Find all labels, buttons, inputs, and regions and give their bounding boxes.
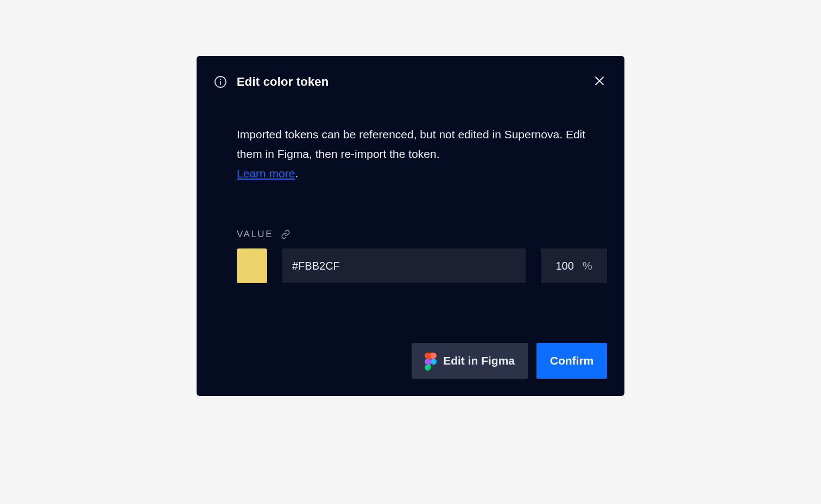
confirm-label: Confirm bbox=[550, 354, 594, 367]
hex-input[interactable]: #FBB2CF bbox=[282, 248, 526, 283]
confirm-button[interactable]: Confirm bbox=[536, 343, 607, 379]
edit-color-token-dialog: Edit color token Imported tokens can be … bbox=[197, 56, 624, 396]
link-icon[interactable] bbox=[281, 229, 290, 239]
close-button[interactable] bbox=[592, 73, 607, 90]
svg-point-5 bbox=[431, 359, 437, 365]
hex-value: #FBB2CF bbox=[292, 260, 340, 272]
opacity-input[interactable]: 100 % bbox=[541, 248, 607, 283]
header-left: Edit color token bbox=[214, 75, 329, 89]
value-label-row: VALUE bbox=[237, 229, 607, 240]
dialog-header: Edit color token bbox=[214, 71, 607, 90]
close-icon bbox=[594, 75, 605, 88]
description-text: Imported tokens can be referenced, but n… bbox=[237, 128, 585, 160]
dialog-description: Imported tokens can be referenced, but n… bbox=[237, 125, 607, 183]
dialog-footer: Edit in Figma Confirm bbox=[214, 343, 607, 379]
value-label: VALUE bbox=[237, 229, 273, 240]
learn-more-link[interactable]: Learn more bbox=[237, 167, 295, 180]
color-swatch[interactable] bbox=[237, 248, 267, 283]
opacity-unit: % bbox=[583, 260, 592, 272]
figma-icon bbox=[425, 353, 437, 369]
edit-in-figma-label: Edit in Figma bbox=[443, 354, 515, 367]
value-input-row: #FBB2CF 100 % bbox=[237, 248, 607, 283]
svg-point-2 bbox=[220, 79, 221, 80]
dialog-body: Imported tokens can be referenced, but n… bbox=[214, 125, 607, 283]
opacity-value: 100 bbox=[555, 260, 573, 272]
dialog-title: Edit color token bbox=[237, 75, 329, 89]
edit-in-figma-button[interactable]: Edit in Figma bbox=[412, 343, 528, 379]
info-icon bbox=[214, 75, 227, 88]
